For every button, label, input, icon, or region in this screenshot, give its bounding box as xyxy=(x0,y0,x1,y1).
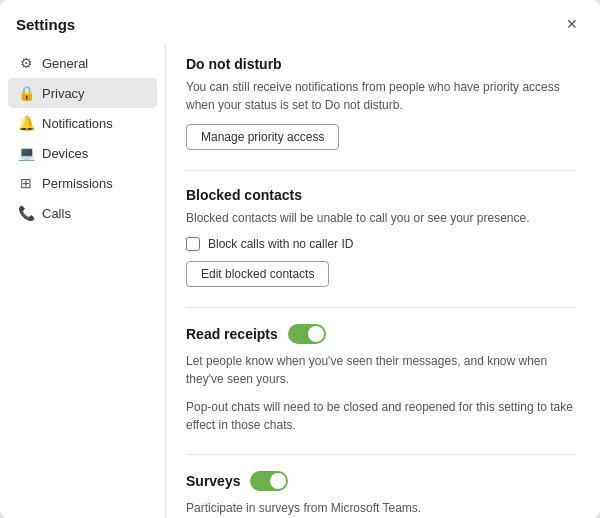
general-icon: ⚙ xyxy=(18,55,34,71)
read-receipts-desc1: Let people know when you've seen their m… xyxy=(186,352,576,388)
notifications-icon: 🔔 xyxy=(18,115,34,131)
sidebar-label-calls: Calls xyxy=(42,206,71,221)
devices-icon: 💻 xyxy=(18,145,34,161)
surveys-toggle-row: Surveys xyxy=(186,471,576,491)
content-area: ⚙ General 🔒 Privacy 🔔 Notifications 💻 De… xyxy=(0,44,600,518)
sidebar-label-privacy: Privacy xyxy=(42,86,85,101)
toggle-slider-read-receipts xyxy=(288,324,326,344)
edit-blocked-button[interactable]: Edit blocked contacts xyxy=(186,261,329,287)
surveys-desc: Participate in surveys from Microsoft Te… xyxy=(186,499,576,517)
read-receipts-toggle-row: Read receipts xyxy=(186,324,576,344)
dnd-title: Do not disturb xyxy=(186,56,576,72)
main-panel: Do not disturb You can still receive not… xyxy=(165,44,600,518)
window-title: Settings xyxy=(16,16,75,33)
blocked-title: Blocked contacts xyxy=(186,187,576,203)
section-read-receipts: Read receipts Let people know when you'v… xyxy=(186,324,576,434)
surveys-title: Surveys xyxy=(186,473,240,489)
sidebar-item-general[interactable]: ⚙ General xyxy=(8,48,157,78)
sidebar-item-permissions[interactable]: ⊞ Permissions xyxy=(8,168,157,198)
sidebar-label-general: General xyxy=(42,56,88,71)
sidebar-item-privacy[interactable]: 🔒 Privacy xyxy=(8,78,157,108)
surveys-toggle[interactable] xyxy=(250,471,288,491)
sidebar: ⚙ General 🔒 Privacy 🔔 Notifications 💻 De… xyxy=(0,44,165,518)
dnd-desc: You can still receive notifications from… xyxy=(186,78,576,114)
privacy-icon: 🔒 xyxy=(18,85,34,101)
toggle-slider-surveys xyxy=(250,471,288,491)
sidebar-item-devices[interactable]: 💻 Devices xyxy=(8,138,157,168)
sidebar-label-permissions: Permissions xyxy=(42,176,113,191)
divider-3 xyxy=(186,454,576,455)
block-calls-checkbox[interactable] xyxy=(186,237,200,251)
blocked-desc: Blocked contacts will be unable to call … xyxy=(186,209,576,227)
section-do-not-disturb: Do not disturb You can still receive not… xyxy=(186,56,576,150)
read-receipts-toggle[interactable] xyxy=(288,324,326,344)
settings-window: Settings ✕ ⚙ General 🔒 Privacy 🔔 Notific… xyxy=(0,0,600,518)
section-surveys: Surveys Participate in surveys from Micr… xyxy=(186,471,576,517)
sidebar-item-notifications[interactable]: 🔔 Notifications xyxy=(8,108,157,138)
sidebar-label-devices: Devices xyxy=(42,146,88,161)
divider-1 xyxy=(186,170,576,171)
permissions-icon: ⊞ xyxy=(18,175,34,191)
sidebar-label-notifications: Notifications xyxy=(42,116,113,131)
block-calls-row: Block calls with no caller ID xyxy=(186,237,576,251)
read-receipts-title: Read receipts xyxy=(186,326,278,342)
title-bar: Settings ✕ xyxy=(0,0,600,44)
calls-icon: 📞 xyxy=(18,205,34,221)
read-receipts-desc2: Pop-out chats will need to be closed and… xyxy=(186,398,576,434)
manage-priority-button[interactable]: Manage priority access xyxy=(186,124,339,150)
close-button[interactable]: ✕ xyxy=(560,12,584,36)
divider-2 xyxy=(186,307,576,308)
section-blocked-contacts: Blocked contacts Blocked contacts will b… xyxy=(186,187,576,287)
sidebar-item-calls[interactable]: 📞 Calls xyxy=(8,198,157,228)
block-calls-label: Block calls with no caller ID xyxy=(208,237,353,251)
